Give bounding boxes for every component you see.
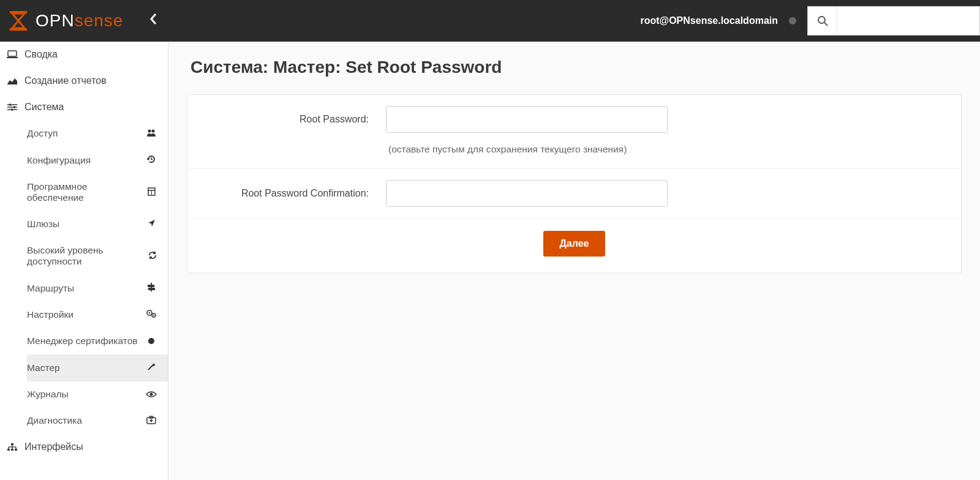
svg-rect-29: [11, 443, 13, 445]
laptop-icon: [5, 50, 20, 59]
sidebar-item-gateways[interactable]: Шлюзы: [27, 211, 168, 238]
sidebar-item-label: Шлюзы: [27, 219, 59, 230]
sitemap-icon: [5, 443, 20, 451]
header-right: root@OPNsense.localdomain: [640, 6, 980, 36]
brand-text-left: OPN: [36, 11, 75, 30]
search-input[interactable]: [837, 7, 979, 35]
form-row-root-password-confirm: Root Password Confirmation:: [187, 168, 961, 219]
sidebar-item-label: Журналы: [27, 389, 69, 400]
svg-rect-31: [11, 449, 13, 451]
brand-text: OPNsense: [36, 11, 123, 31]
svg-line-3: [824, 23, 827, 26]
sidebar-item-label: Конфигурация: [27, 155, 91, 166]
svg-rect-4: [8, 51, 17, 56]
sidebar-item-label: Доступ: [27, 128, 58, 139]
sidebar-item-label: Интерфейсы: [24, 441, 83, 452]
sidebar-item-access[interactable]: Доступ: [27, 121, 168, 147]
sidebar-item-label: Диагностика: [27, 415, 82, 426]
root-password-help: (оставьте пустым для сохранения текущего…: [386, 144, 627, 155]
svg-rect-7: [9, 104, 11, 106]
sidebar-item-logs[interactable]: Журналы: [27, 381, 168, 408]
search-container: [807, 6, 980, 36]
form-field: [386, 180, 946, 207]
search-icon[interactable]: [808, 7, 837, 35]
sidebar-item-wizard[interactable]: Мастер: [27, 354, 168, 381]
svg-point-12: [148, 129, 151, 132]
sidebar-item-label: Система: [24, 102, 64, 113]
user-host-label[interactable]: root@OPNsense.localdomain: [640, 15, 778, 26]
page-title: Система: Мастер: Set Root Password: [187, 58, 962, 77]
sidebar-item-label: Создание отчетов: [24, 75, 107, 86]
medkit-icon: [143, 416, 159, 426]
svg-point-13: [152, 129, 155, 132]
sidebar-item-settings[interactable]: Настройки: [27, 302, 168, 328]
root-password-confirm-label: Root Password Confirmation:: [202, 188, 386, 199]
root-password-confirm-input[interactable]: [386, 180, 668, 207]
svg-rect-9: [13, 107, 15, 108]
sidebar-item-label: Настройки: [27, 309, 74, 320]
next-button[interactable]: Далее: [543, 231, 605, 257]
hourglass-icon: [6, 9, 31, 33]
sidebar-item-label: Сводка: [24, 49, 58, 60]
sidebar-item-label: Маршруты: [27, 283, 74, 294]
svg-point-24: [150, 392, 153, 396]
sidebar-item-interfaces[interactable]: Интерфейсы: [0, 434, 168, 460]
area-chart-icon: [5, 77, 20, 85]
sidebar-item-dashboard[interactable]: Сводка: [0, 42, 168, 68]
chevron-left-icon: [149, 13, 157, 29]
svg-rect-30: [7, 449, 10, 451]
form-row-root-password: Root Password:: [187, 95, 961, 144]
svg-rect-32: [15, 449, 17, 451]
button-row: Далее: [187, 219, 961, 272]
sidebar-system-submenu: Доступ Конфигурация Программное обеспече…: [0, 121, 168, 434]
location-arrow-icon: [143, 219, 159, 230]
sidebar-item-label: Мастер: [27, 362, 60, 373]
brand-text-right: sense: [75, 11, 124, 30]
help-spacer: [202, 144, 386, 155]
svg-rect-5: [7, 57, 18, 58]
svg-point-22: [148, 338, 154, 344]
svg-point-21: [153, 315, 154, 316]
svg-point-19: [149, 312, 151, 314]
sidebar-item-config[interactable]: Конфигурация: [27, 147, 168, 174]
sidebar-item-label: Менеджер сертификатов: [27, 336, 138, 347]
sidebar-item-reporting[interactable]: Создание отчетов: [0, 68, 168, 94]
status-indicator-icon[interactable]: [789, 17, 796, 24]
wizard-panel: Root Password: (оставьте пустым для сохр…: [187, 94, 962, 273]
sidebar-item-routes[interactable]: Маршруты: [27, 275, 168, 302]
app-header: OPNsense root@OPNsense.localdomain: [0, 0, 980, 42]
svg-rect-11: [11, 109, 13, 111]
wand-icon: [143, 362, 159, 373]
brand-logo[interactable]: OPNsense: [6, 9, 123, 33]
users-icon: [143, 129, 159, 139]
sidebar-item-firmware[interactable]: Программное обеспечение: [27, 174, 168, 211]
sidebar-item-diagnostics[interactable]: Диагностика: [27, 408, 168, 434]
help-row: (оставьте пустым для сохранения текущего…: [187, 144, 961, 168]
main-content: Система: Мастер: Set Root Password Root …: [168, 42, 980, 480]
root-password-label: Root Password:: [202, 114, 386, 125]
sidebar-collapse-button[interactable]: [141, 9, 165, 32]
sidebar-item-label: Высокий уровень доступности: [27, 245, 145, 267]
form-field: [386, 106, 946, 133]
sidebar-item-trust[interactable]: Менеджер сертификатов: [27, 328, 168, 354]
refresh-icon: [145, 250, 159, 262]
package-icon: [144, 187, 159, 198]
cogs-icon: [143, 309, 159, 320]
history-icon: [143, 154, 159, 166]
sidebar-item-ha[interactable]: Высокий уровень доступности: [27, 238, 168, 275]
sidebar: Сводка Создание отчетов Система Доступ: [0, 42, 168, 480]
signpost-icon: [143, 282, 159, 294]
root-password-input[interactable]: [386, 106, 668, 133]
eye-icon: [143, 389, 159, 400]
sidebar-item-system[interactable]: Система: [0, 94, 168, 121]
svg-point-2: [818, 17, 825, 23]
sliders-icon: [5, 103, 20, 111]
sidebar-item-label: Программное обеспечение: [27, 181, 144, 203]
circle-icon: [143, 336, 159, 347]
